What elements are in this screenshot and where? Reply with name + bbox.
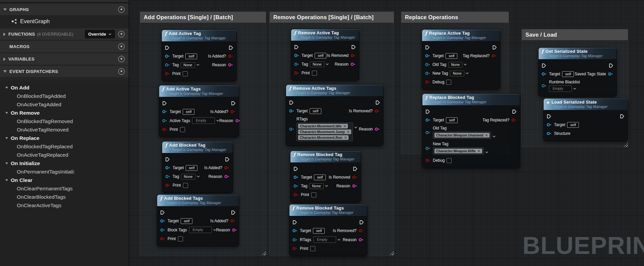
dispatcher-item[interactable]: OnBlockedTagRemoved	[0, 117, 129, 125]
input-pin-target[interactable]	[294, 53, 300, 58]
rtags-dropdown[interactable]: Empty	[313, 236, 336, 243]
input-pin-target[interactable]	[160, 219, 166, 223]
target-value-field[interactable]: self	[310, 108, 321, 114]
dispatcher-item[interactable]: OnPermanentTagsInitiali:	[0, 167, 129, 176]
print-checkbox[interactable]	[310, 246, 315, 251]
gameplay-tag-chip[interactable]: Character.Weapon.Rifle✕	[434, 149, 482, 153]
section-header-graphs[interactable]: GRAPHS +	[0, 4, 129, 15]
chevron-down-icon[interactable]	[354, 126, 357, 128]
dispatcher-item[interactable]: OnClearPermanentTags	[0, 184, 129, 193]
chevron-down-icon[interactable]	[213, 229, 216, 231]
target-value-field[interactable]: self	[186, 165, 197, 171]
target-value-field[interactable]: self	[315, 53, 326, 59]
node-header-remove-blocked-tag[interactable]: ƒRemove Blocked Tag Target is Gameplay T…	[290, 151, 361, 162]
node-replace-blocked-tag[interactable]: ƒReplace Blocked Tag Target is Gameplay …	[422, 93, 520, 168]
node-load-serialized-state[interactable]: ◆Load Serialized State Target is Gamepla…	[543, 98, 628, 141]
expand-arrow-icon[interactable]	[5, 87, 8, 89]
print-checkbox[interactable]	[183, 71, 188, 76]
input-pin-bool[interactable]	[425, 80, 430, 84]
input-pin-tag[interactable]	[165, 63, 170, 67]
output-pin-reason[interactable]	[228, 63, 233, 67]
target-value-field[interactable]: self	[314, 175, 326, 180]
input-pin-target[interactable]	[425, 54, 430, 58]
input-pin-tag[interactable]	[425, 71, 430, 75]
chevron-down-icon[interactable]	[493, 136, 496, 138]
dispatcher-item[interactable]: OnBlockedTagAdded	[0, 92, 129, 100]
exec-out-pin[interactable]	[231, 210, 236, 215]
output-pin-reason[interactable]	[375, 127, 380, 131]
exec-in-pin[interactable]	[425, 45, 430, 50]
input-pin-bool[interactable]	[294, 71, 300, 75]
dispatcher-group-on-clear[interactable]: On Clear	[0, 176, 129, 184]
add-variables-button[interactable]: +	[118, 56, 125, 62]
input-pin-tag[interactable]	[293, 184, 299, 188]
print-checkbox[interactable]	[178, 236, 183, 241]
print-checkbox[interactable]	[311, 192, 316, 197]
exec-in-pin[interactable]	[289, 100, 294, 105]
exec-out-pin[interactable]	[512, 109, 517, 114]
node-header-add-active-tag[interactable]: ƒAdd Active Tag Target is Gameplay Tag M…	[162, 30, 236, 41]
chevron-down-icon[interactable]	[326, 63, 329, 65]
input-pin-tag[interactable]	[542, 84, 547, 88]
exec-in-pin[interactable]	[292, 220, 297, 225]
chevron-down-icon[interactable]	[196, 64, 199, 66]
tag-dropdown[interactable]: None	[181, 62, 195, 68]
input-pin-struct[interactable]	[547, 131, 552, 136]
comment-header-remove-operations[interactable]: Remove Operations [Single] / [Batch]	[269, 11, 394, 23]
output-pin-reason[interactable]	[232, 228, 237, 232]
node-remove-blocked-tags[interactable]: ƒRemove Blocked Tags Target is Gameplay …	[289, 204, 367, 256]
remove-tag-icon[interactable]: ✕	[347, 130, 350, 134]
section-header-macros[interactable]: MACROS +	[0, 41, 129, 52]
node-add-blocked-tag[interactable]: ƒAdd Blocked Tag Target is Gameplay Tag …	[162, 141, 233, 193]
exec-out-pin[interactable]	[375, 100, 380, 105]
input-pin-bool[interactable]	[165, 183, 171, 187]
output-pin-bool[interactable]	[375, 109, 380, 113]
runtime-blacklist-dropdown[interactable]: Empty	[549, 85, 572, 92]
remove-tag-icon[interactable]: ✕	[477, 149, 480, 153]
output-pin-reason[interactable]	[235, 119, 241, 123]
output-pin-reason[interactable]	[351, 62, 356, 66]
exec-in-pin[interactable]	[165, 157, 170, 162]
output-pin-struct[interactable]	[608, 72, 613, 76]
node-header-remove-blocked-tags[interactable]: ƒRemove Blocked Tags Target is Gameplay …	[289, 204, 367, 216]
dispatcher-group-on-add[interactable]: On Add	[0, 83, 129, 92]
node-header-add-active-tags[interactable]: ƒAdd Active Tags Target is Gameplay Tag …	[159, 85, 239, 97]
tag-dropdown[interactable]: None	[309, 183, 323, 189]
tag-dropdown[interactable]: None	[181, 174, 195, 180]
target-value-field[interactable]: self	[567, 122, 579, 128]
dispatcher-group-on-initialize[interactable]: On Initialize	[0, 159, 129, 167]
chevron-down-icon[interactable]	[197, 176, 200, 178]
override-dropdown[interactable]: Override	[85, 30, 115, 38]
output-pin-bool[interactable]	[230, 219, 236, 223]
input-pin-target[interactable]	[292, 229, 298, 233]
node-add-active-tag[interactable]: ƒAdd Active Tag Target is Gameplay Tag M…	[162, 30, 237, 81]
node-remove-active-tags[interactable]: ƒRemove Active Tags Target is Gameplay T…	[286, 84, 383, 146]
output-pin-bool[interactable]	[492, 54, 497, 58]
add-graphs-button[interactable]: +	[118, 6, 125, 13]
output-pin-bool[interactable]	[230, 110, 236, 114]
node-header-load-serialized-state[interactable]: ◆Load Serialized State Target is Gamepla…	[544, 99, 628, 110]
remove-tag-icon[interactable]: ✕	[485, 133, 488, 137]
add-event-dispatchers-button[interactable]: +	[118, 68, 125, 75]
input-pin-tag[interactable]	[425, 146, 431, 150]
input-pin-tag[interactable]	[292, 238, 298, 242]
dispatcher-group-on-remove[interactable]: On Remove	[0, 109, 129, 117]
exec-out-pin[interactable]	[620, 114, 625, 119]
comment-header-add-operations[interactable]: Add Operations [Single] / [Batch]	[140, 11, 266, 23]
output-pin-reason[interactable]	[359, 238, 364, 242]
exec-in-pin[interactable]	[160, 210, 165, 215]
output-pin-bool[interactable]	[511, 118, 517, 122]
input-pin-bool[interactable]	[292, 246, 298, 251]
section-header-functions[interactable]: FUNCTIONS (4 OVERRIDABLE)Override+	[0, 29, 129, 40]
sidebar-item-eventgraph[interactable]: EventGraph	[0, 15, 129, 27]
node-header-add-blocked-tags[interactable]: ƒAdd Blocked Tags Target is Gameplay Tag…	[157, 195, 239, 206]
dispatcher-item[interactable]: OnClearActiveTags	[0, 201, 129, 210]
exec-out-pin[interactable]	[359, 220, 364, 225]
debug-checkbox[interactable]	[446, 80, 451, 85]
dispatcher-group-on-replace[interactable]: On Replace	[0, 134, 129, 142]
dispatcher-item[interactable]: OnActiveTagAdded	[0, 100, 129, 109]
chevron-down-icon[interactable]	[464, 64, 467, 66]
input-pin-target[interactable]	[289, 109, 294, 113]
gameplay-tag-chip[interactable]: Character.Weapon.Unarmed✕	[434, 133, 490, 138]
debug-checkbox[interactable]	[447, 158, 452, 163]
